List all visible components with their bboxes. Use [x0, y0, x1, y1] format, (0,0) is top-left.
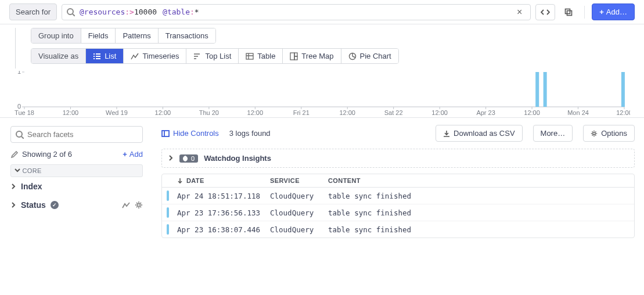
cell-date: Apr 24 18:51:17.118 — [177, 192, 270, 200]
svg-text:Apr 23: Apr 23 — [476, 109, 495, 116]
gear-icon — [591, 130, 598, 137]
showing-count: Showing 2 of 6 — [10, 150, 72, 159]
svg-rect-5 — [93, 56, 95, 57]
chevron-down-icon — [15, 167, 20, 174]
cell-service: CloudQuery — [270, 225, 328, 234]
collapse-icon — [161, 129, 170, 138]
pencil-icon — [10, 150, 19, 159]
viz-list[interactable]: List — [86, 49, 124, 63]
svg-point-58 — [138, 204, 141, 207]
facet-search-input[interactable] — [10, 126, 143, 143]
watchdog-title: Watchdog Insights — [204, 154, 271, 163]
code-mode-button[interactable] — [535, 4, 555, 20]
visualize-as: Visualize as List Timeseries Top List Ta… — [31, 48, 399, 64]
svg-line-1 — [73, 14, 75, 16]
svg-text:Fri 21: Fri 21 — [293, 109, 310, 116]
viz-toplist[interactable]: Top List — [186, 49, 239, 63]
hide-controls-button[interactable]: Hide Controls — [161, 129, 219, 138]
svg-rect-55 — [621, 72, 625, 107]
svg-text:Thu 20: Thu 20 — [199, 109, 219, 116]
svg-rect-4 — [93, 53, 95, 55]
svg-text:12:00: 12:00 — [431, 109, 448, 116]
cell-content: table sync finished — [328, 208, 629, 217]
group-transactions[interactable]: Transactions — [159, 28, 215, 43]
svg-text:12:00: 12:00 — [63, 109, 79, 116]
search-for-label: Search for — [9, 3, 57, 20]
svg-rect-17 — [294, 53, 297, 56]
table-row[interactable]: Apr 23 16:38:07.446CloudQuerytable sync … — [162, 221, 634, 238]
svg-rect-16 — [290, 53, 294, 60]
svg-rect-54 — [544, 72, 547, 107]
search-input[interactable]: @resources:>10000 @table:* × — [62, 4, 531, 20]
svg-text:Mon 24: Mon 24 — [567, 109, 589, 116]
copy-button[interactable] — [560, 5, 577, 20]
viz-timeseries[interactable]: Timeseries — [124, 49, 186, 63]
more-button[interactable]: More… — [533, 125, 573, 142]
cell-service: CloudQuery — [270, 208, 328, 217]
cell-date: Apr 23 17:36:56.133 — [177, 208, 270, 217]
clear-search-icon[interactable]: × — [513, 7, 526, 17]
add-button[interactable]: + Add… — [592, 3, 635, 20]
chevron-right-icon — [10, 182, 16, 191]
col-service[interactable]: SERVICE — [270, 177, 328, 184]
svg-point-61 — [593, 132, 595, 134]
status-pill — [167, 190, 169, 201]
facets-panel: Showing 2 of 6 + Add CORE Index Status ✓ — [0, 118, 152, 247]
plus-icon: + — [123, 150, 127, 159]
svg-text:12:00: 12:00 — [155, 109, 171, 116]
watchdog-badge: 0 — [179, 154, 198, 163]
download-icon — [443, 130, 450, 137]
viz-piechart[interactable]: Pie Chart — [341, 49, 398, 63]
svg-text:12:00: 12:00 — [524, 109, 540, 116]
col-date[interactable]: DATE — [177, 177, 270, 184]
svg-rect-3 — [567, 10, 572, 15]
add-facet-button[interactable]: + Add — [123, 150, 143, 159]
svg-text:Sat 22: Sat 22 — [384, 109, 403, 116]
cell-service: CloudQuery — [270, 192, 328, 200]
svg-rect-6 — [93, 58, 95, 59]
logs-found-label: 3 logs found — [229, 129, 271, 138]
svg-text:Wed 19: Wed 19 — [106, 109, 128, 116]
table-row[interactable]: Apr 23 17:36:56.133CloudQuerytable sync … — [162, 204, 634, 221]
download-csv-button[interactable]: Download as CSV — [436, 125, 523, 142]
group-into-head: Group into — [31, 28, 81, 43]
facet-status[interactable]: Status ✓ — [10, 196, 143, 214]
plus-icon: + — [599, 8, 604, 16]
search-icon — [67, 8, 75, 16]
svg-text:12:00: 12:00 — [616, 109, 630, 116]
svg-point-0 — [67, 9, 73, 15]
cell-content: table sync finished — [328, 225, 629, 234]
svg-text:12:00: 12:00 — [247, 109, 264, 116]
viz-treemap[interactable]: Tree Map — [283, 49, 341, 63]
verified-icon: ✓ — [51, 201, 59, 209]
cell-content: table sync finished — [328, 192, 629, 200]
visualize-head: Visualize as — [31, 49, 86, 63]
watchdog-insights[interactable]: 0 Watchdog Insights — [161, 149, 635, 168]
group-fields[interactable]: Fields — [81, 28, 116, 43]
group-into: Group into Fields Patterns Transactions — [31, 28, 216, 44]
status-pill — [167, 224, 169, 235]
gear-icon[interactable] — [135, 201, 143, 209]
facet-index[interactable]: Index — [10, 177, 143, 196]
status-pill — [167, 207, 169, 218]
group-patterns[interactable]: Patterns — [116, 28, 158, 43]
svg-rect-8 — [96, 56, 100, 57]
svg-rect-13 — [246, 53, 253, 59]
svg-text:1: 1 — [17, 71, 21, 75]
chart-icon[interactable] — [122, 201, 130, 209]
facet-group-core[interactable]: CORE — [10, 164, 143, 177]
sort-desc-icon — [177, 178, 183, 184]
svg-rect-2 — [566, 9, 570, 13]
svg-rect-53 — [535, 72, 539, 107]
options-button[interactable]: Options — [583, 125, 635, 142]
svg-rect-7 — [96, 53, 100, 55]
search-tokens: @resources:>10000 @table:* — [80, 8, 509, 16]
svg-line-57 — [21, 136, 24, 139]
col-content[interactable]: CONTENT — [328, 177, 629, 184]
timeline-chart: 01Tue 1812:00Wed 1912:00Thu 2012:00Fri 2… — [14, 71, 630, 117]
chevron-right-icon — [10, 200, 16, 210]
table-row[interactable]: Apr 24 18:51:17.118CloudQuerytable sync … — [162, 188, 634, 204]
svg-rect-9 — [96, 58, 100, 59]
viz-table[interactable]: Table — [239, 49, 283, 63]
svg-point-56 — [16, 131, 22, 137]
